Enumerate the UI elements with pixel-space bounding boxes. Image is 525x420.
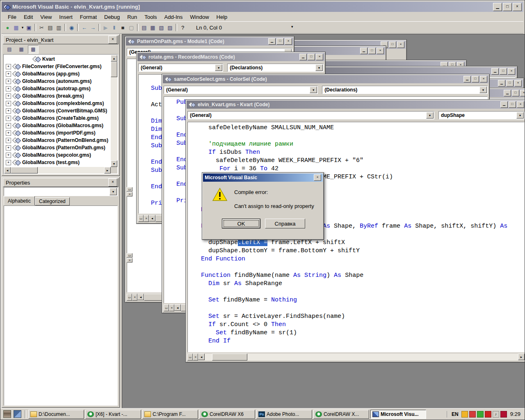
scroll-left-icon[interactable]: ◄ — [198, 354, 205, 360]
close-button[interactable]: × — [316, 54, 323, 60]
close-button[interactable]: × — [520, 90, 525, 96]
tree-item[interactable]: +GlobalMacros (autotrap.gms) — [5, 85, 110, 92]
minimize-button[interactable]: ▁ — [268, 38, 276, 45]
language-indicator[interactable]: EN — [450, 411, 460, 418]
combo-dropdown-icon[interactable]: ▼ — [310, 87, 317, 93]
dialog-titlebar[interactable]: Microsoft Visual Basic × — [203, 173, 323, 182]
expand-icon[interactable]: + — [6, 116, 11, 121]
minimize-button[interactable]: ▁ — [504, 90, 511, 96]
object-dropdown[interactable]: (General) ▼ — [164, 86, 318, 94]
close-icon[interactable]: × — [314, 174, 321, 181]
module-view-button[interactable]: ≡ — [132, 294, 137, 301]
minimize-button[interactable]: ▁ — [491, 68, 499, 75]
toggle-folders-button[interactable]: ▩ — [28, 45, 39, 54]
procedure-view-button[interactable]: ▭ — [127, 187, 132, 192]
close-button[interactable]: × — [480, 76, 487, 82]
combo-dropdown-icon[interactable]: ▼ — [315, 64, 323, 71]
module-view-button[interactable]: ≡ — [169, 304, 174, 311]
paste-button[interactable]: ▥ — [55, 23, 63, 32]
tree-item[interactable]: +GlobalMacros (CreateTable.gms) — [5, 114, 110, 122]
taskbar-button[interactable]: PsAdobe Photo... — [256, 410, 312, 419]
tree-horizontal-scrollbar[interactable]: ◄ ► — [4, 167, 111, 173]
minimize-button[interactable]: ▁ — [498, 80, 505, 87]
tree-vertical-scrollbar[interactable]: ▲ ▼ — [111, 55, 117, 167]
procedure-dropdown[interactable]: (Declarations) ▼ — [227, 64, 324, 72]
minimize-button[interactable]: ▁ — [299, 54, 307, 60]
expand-icon[interactable]: + — [6, 145, 11, 151]
procedure-dropdown[interactable]: dupShape ▼ — [438, 111, 525, 119]
scrollbar-thumb[interactable] — [144, 294, 163, 301]
taskbar-button[interactable]: CorelDRAW X... — [313, 410, 369, 419]
procedure-view-button[interactable]: ▭ — [187, 354, 193, 361]
module-view-button[interactable]: ≡ — [144, 215, 149, 222]
procedure-view-button[interactable]: ▭ — [127, 294, 132, 301]
object-browser-button[interactable]: ▧ — [157, 23, 166, 32]
scrollbar-thumb[interactable] — [11, 167, 38, 173]
properties-window-button[interactable]: ▦ — [148, 23, 157, 32]
menu-addins[interactable]: Add-Ins — [161, 13, 187, 21]
menu-window[interactable]: Window — [186, 13, 212, 21]
procedure-view-button[interactable]: ▭ — [127, 253, 132, 258]
split-buttons[interactable]: ▭ ≡ — [127, 187, 132, 196]
quicklaunch-icon-1[interactable] — [3, 410, 11, 418]
project-tree[interactable]: Kvart +FileConverter (FileConverter.gms)… — [3, 54, 118, 174]
expand-icon[interactable]: + — [6, 153, 11, 158]
tray-icon-3[interactable] — [477, 411, 484, 418]
restore-button[interactable]: □ — [512, 90, 519, 96]
ok-button[interactable]: OK — [222, 219, 260, 228]
restore-button[interactable]: □ — [506, 80, 514, 87]
coreldraw-icon[interactable]: ● — [3, 23, 12, 32]
close-icon[interactable]: × — [108, 36, 117, 44]
expand-icon[interactable]: + — [6, 94, 11, 99]
scrollbar-thumb[interactable] — [212, 354, 247, 361]
titlebar[interactable]: Microsoft Visual Basic - elvin_Kvart.gms… — [2, 2, 523, 12]
tree-item[interactable]: +GlobalMacros (complexblend.gms) — [5, 100, 110, 107]
expand-icon[interactable]: + — [6, 86, 11, 91]
taskbar-button[interactable]: C:\Program F... — [142, 410, 198, 419]
module-view-button[interactable]: ≡ — [127, 192, 132, 196]
close-button[interactable]: × — [514, 80, 522, 87]
tree-item[interactable]: +GlobalMacros (PatternOnBlend.gms) — [5, 137, 110, 144]
restore-button[interactable]: □ — [276, 38, 284, 45]
properties-object-dropdown[interactable]: ▼ — [4, 187, 118, 196]
scroll-left-icon[interactable]: ◄ — [4, 167, 11, 173]
combo-dropdown-icon[interactable]: ▼ — [426, 112, 434, 119]
tray-icon-6[interactable] — [500, 411, 507, 418]
taskbar-button[interactable]: Microsoft Visu... — [370, 410, 426, 419]
tree-item[interactable]: +GlobalMacros (ConvertBitmap.GMS) — [5, 107, 110, 114]
window-titlebar[interactable]: sameColorSelect.gms - ColorSel (Code) ▁□… — [163, 75, 488, 83]
window-titlebar[interactable]: PatternOnPath.gms - Module1 (Code) ▁□× — [126, 37, 293, 46]
tree-item[interactable]: +GlobalMacros (test.gms) — [5, 159, 110, 166]
tree-item[interactable]: +FileConverter (FileConverter.gms) — [5, 63, 110, 70]
expand-icon[interactable]: + — [6, 71, 11, 77]
tree-item[interactable]: +GlobalMacros (PatternOnPath.gms) — [5, 144, 110, 151]
close-button[interactable]: × — [285, 38, 292, 45]
help-button[interactable]: ? — [178, 23, 187, 32]
minimize-button[interactable]: ▁ — [493, 3, 502, 11]
tray-icon-4[interactable] — [485, 411, 491, 418]
menu-tools[interactable]: Tools — [141, 13, 160, 21]
horizontal-scrollbar[interactable]: ▭ ≡ ◄ ► — [187, 354, 525, 361]
restore-button[interactable]: □ — [509, 101, 516, 108]
scroll-right-icon[interactable]: ► — [518, 354, 525, 360]
reset-button[interactable]: ■ — [119, 23, 127, 32]
taskbar-button[interactable]: D:\Documen... — [28, 410, 84, 419]
taskbar-button[interactable]: CorelDRAW X6 — [199, 410, 255, 419]
tray-icon-1[interactable] — [461, 411, 468, 418]
find-button[interactable]: ◉ — [67, 23, 76, 32]
tree-item[interactable]: +GlobalMacros (break.gms) — [5, 92, 110, 100]
toolbar-overflow-button[interactable]: ▾ — [291, 25, 293, 29]
combo-dropdown-icon[interactable]: ▼ — [516, 112, 524, 119]
window-titlebar[interactable]: rotate.gms - RecordedMacros (Code) ▁□× — [137, 53, 324, 61]
help-button[interactable]: Справка — [265, 219, 305, 228]
minimize-button[interactable]: ▁ — [360, 48, 368, 54]
module-view-button[interactable]: ≡ — [193, 354, 198, 361]
properties-panel-header[interactable]: Properties × — [3, 178, 119, 187]
window-titlebar[interactable]: elvin_Kvart.gms - Kvart (Code) ▁□× — [187, 100, 525, 109]
menu-debug[interactable]: Debug — [100, 13, 123, 21]
menu-view[interactable]: View — [37, 13, 55, 21]
scroll-left-icon[interactable]: ◄ — [137, 294, 144, 300]
close-icon[interactable]: × — [108, 178, 117, 187]
tree-item[interactable]: +GlobalMacros (sepcolor.gms) — [5, 151, 110, 159]
quicklaunch-icon-2[interactable] — [14, 410, 21, 418]
